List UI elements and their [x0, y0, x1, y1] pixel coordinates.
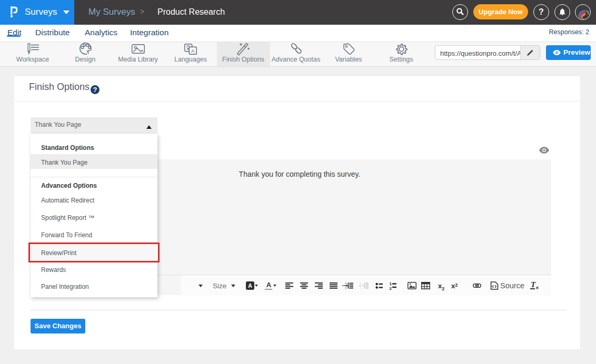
- svg-text:2: 2: [390, 286, 392, 290]
- svg-text:A: A: [191, 48, 194, 54]
